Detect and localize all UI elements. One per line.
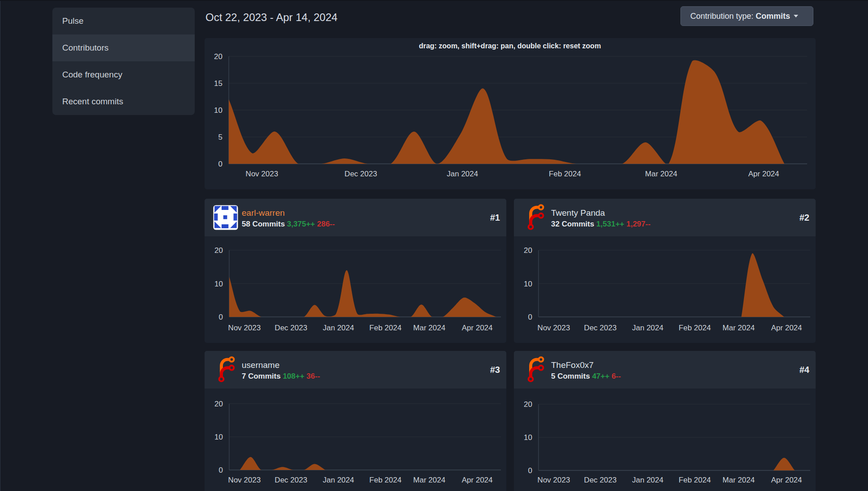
svg-text:Jan 2024: Jan 2024: [632, 324, 663, 332]
svg-text:Nov 2023: Nov 2023: [538, 324, 570, 332]
svg-text:Apr 2024: Apr 2024: [771, 324, 802, 332]
svg-text:drag: zoom, shift+drag: pan, d: drag: zoom, shift+drag: pan, double clic…: [419, 42, 601, 50]
svg-text:Mar 2024: Mar 2024: [723, 324, 755, 332]
svg-text:Nov 2023: Nov 2023: [228, 476, 261, 484]
svg-text:20: 20: [524, 400, 532, 409]
svg-text:15: 15: [214, 79, 222, 88]
svg-text:Feb 2024: Feb 2024: [679, 476, 711, 484]
svg-text:Dec 2023: Dec 2023: [584, 324, 617, 332]
svg-text:Jan 2024: Jan 2024: [447, 170, 478, 178]
svg-text:Apr 2024: Apr 2024: [462, 476, 493, 484]
svg-text:Mar 2024: Mar 2024: [723, 476, 755, 484]
svg-text:Dec 2023: Dec 2023: [275, 324, 308, 332]
svg-text:Jan 2024: Jan 2024: [323, 476, 354, 484]
svg-text:Apr 2024: Apr 2024: [462, 324, 493, 332]
svg-text:0: 0: [528, 466, 532, 475]
svg-text:Apr 2024: Apr 2024: [748, 170, 779, 178]
svg-text:10: 10: [214, 280, 223, 288]
svg-text:Feb 2024: Feb 2024: [369, 324, 402, 332]
svg-text:20: 20: [214, 400, 223, 408]
svg-text:20: 20: [214, 52, 222, 61]
svg-text:Feb 2024: Feb 2024: [369, 476, 402, 484]
svg-text:Nov 2023: Nov 2023: [246, 170, 278, 178]
svg-text:Feb 2024: Feb 2024: [549, 170, 581, 178]
svg-text:Mar 2024: Mar 2024: [413, 324, 445, 332]
svg-text:10: 10: [524, 433, 532, 442]
svg-text:0: 0: [219, 466, 223, 474]
svg-text:0: 0: [218, 160, 222, 168]
svg-text:Nov 2023: Nov 2023: [538, 476, 570, 484]
svg-text:20: 20: [524, 246, 532, 255]
svg-text:Mar 2024: Mar 2024: [645, 170, 677, 178]
svg-text:Dec 2023: Dec 2023: [584, 476, 617, 484]
svg-text:0: 0: [219, 313, 223, 321]
svg-text:10: 10: [214, 106, 222, 115]
svg-text:Nov 2023: Nov 2023: [228, 324, 261, 332]
svg-text:Dec 2023: Dec 2023: [275, 476, 308, 484]
svg-text:Apr 2024: Apr 2024: [771, 476, 802, 484]
svg-text:Jan 2024: Jan 2024: [632, 476, 663, 484]
svg-text:Jan 2024: Jan 2024: [323, 324, 354, 332]
svg-text:Feb 2024: Feb 2024: [679, 324, 711, 332]
svg-text:10: 10: [214, 433, 223, 441]
svg-text:Mar 2024: Mar 2024: [413, 476, 445, 484]
svg-text:10: 10: [524, 280, 532, 288]
svg-text:0: 0: [528, 313, 532, 321]
svg-text:Dec 2023: Dec 2023: [345, 170, 377, 178]
svg-text:20: 20: [214, 246, 223, 255]
svg-text:5: 5: [218, 133, 222, 141]
